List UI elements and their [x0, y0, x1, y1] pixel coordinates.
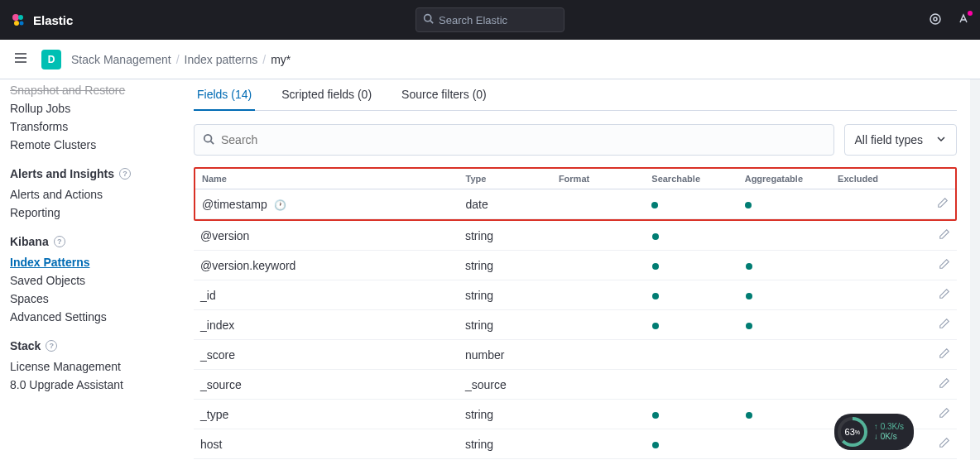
field-aggregatable: [739, 429, 833, 459]
field-name: @version.keyword: [194, 251, 459, 280]
field-type: number: [459, 340, 552, 370]
edit-field[interactable]: [925, 429, 957, 459]
table-header[interactable]: Name: [195, 169, 459, 189]
table-header[interactable]: Aggregatable: [738, 169, 831, 189]
main-content: Fields (14)Scripted fields (0)Source fil…: [174, 79, 980, 460]
svg-point-0: [12, 14, 19, 21]
breadcrumb-sep: /: [262, 53, 266, 66]
topbar: Elastic Search Elastic: [0, 0, 980, 40]
sidebar-item[interactable]: Spaces: [10, 290, 161, 308]
help-icon[interactable]: ?: [119, 168, 131, 180]
metrics-widget[interactable]: 63% ↑ 0.3K/s ↓ 0K/s: [834, 414, 914, 450]
sidebar-section-title: Kibana ?: [10, 235, 161, 248]
search-icon: [423, 13, 434, 26]
edit-field[interactable]: [925, 251, 957, 280]
tabs: Fields (14)Scripted fields (0)Source fil…: [194, 79, 957, 111]
field-type: date: [459, 189, 551, 219]
sidebar-item[interactable]: Alerts and Actions: [10, 185, 161, 204]
search-icon: [203, 133, 214, 147]
breadcrumb-item[interactable]: Stack Management: [71, 53, 171, 66]
svg-point-11: [204, 134, 212, 141]
field-format: [552, 221, 646, 251]
help-icon[interactable]: ?: [54, 236, 65, 247]
field-types-dropdown[interactable]: All field types: [844, 124, 957, 156]
elastic-logo-icon: [10, 12, 26, 28]
table-header[interactable]: Searchable: [645, 169, 737, 189]
field-aggregatable: [739, 251, 833, 280]
field-format: [552, 280, 646, 310]
global-search-placeholder: Search Elastic: [439, 14, 507, 26]
svg-point-6: [930, 14, 940, 24]
table-header[interactable]: Type: [459, 169, 551, 189]
breadcrumb: Stack Management / Index patterns / my*: [71, 53, 291, 66]
field-name: _source: [194, 370, 459, 400]
sidebar-item[interactable]: Remote Clusters: [10, 136, 161, 154]
tab[interactable]: Scripted fields (0): [278, 79, 375, 110]
field-searchable: [646, 340, 739, 370]
sidebar-item[interactable]: Advanced Settings: [10, 308, 161, 326]
menu-toggle-icon[interactable]: [10, 47, 31, 71]
edit-field[interactable]: [925, 189, 955, 219]
help-icon[interactable]: [957, 12, 970, 28]
table-row: _scorenumber: [194, 340, 957, 370]
field-searchable: [646, 429, 739, 459]
edit-field[interactable]: [925, 370, 957, 400]
edit-field[interactable]: [925, 340, 957, 370]
space-selector[interactable]: D: [41, 50, 61, 69]
sidebar-item[interactable]: Index Patterns: [10, 253, 161, 271]
field-excluded: [831, 189, 924, 219]
edit-field[interactable]: [925, 400, 957, 429]
field-format: [552, 400, 646, 429]
svg-line-5: [430, 21, 433, 23]
table-row: _source_source: [194, 370, 957, 400]
field-types-label: All field types: [855, 133, 923, 146]
sidebar-item[interactable]: Snapshot and Restore: [10, 81, 161, 99]
sidebar-item[interactable]: Saved Objects: [10, 271, 161, 290]
global-search[interactable]: Search Elastic: [416, 7, 564, 32]
brand[interactable]: Elastic: [10, 12, 73, 28]
brand-text: Elastic: [33, 13, 73, 27]
field-name: @version: [194, 221, 459, 251]
tab[interactable]: Fields (14): [194, 79, 255, 111]
edit-field[interactable]: [925, 221, 957, 251]
field-format: [552, 340, 646, 370]
table-row: _idstring: [194, 280, 957, 310]
field-format: [552, 310, 646, 340]
sidebar-item[interactable]: License Management: [10, 357, 161, 376]
table-header[interactable]: [925, 169, 955, 189]
sidebar-item[interactable]: Reporting: [10, 204, 161, 222]
sidebar: Snapshot and RestoreRollup JobsTransform…: [0, 79, 174, 460]
field-format: [552, 370, 646, 400]
edit-field[interactable]: [925, 280, 957, 310]
field-aggregatable: [739, 370, 833, 400]
field-searchable: [646, 370, 739, 400]
chevron-down-icon: [936, 133, 946, 146]
help-icon[interactable]: ?: [46, 340, 57, 352]
newsfeed-icon[interactable]: [929, 12, 942, 28]
search-input[interactable]: [221, 133, 825, 146]
svg-point-1: [18, 15, 23, 20]
sidebar-item[interactable]: 8.0 Upgrade Assistant: [10, 376, 161, 394]
sidebar-item[interactable]: Transforms: [10, 117, 161, 136]
table-header[interactable]: Format: [552, 169, 645, 189]
field-name: _type: [194, 400, 459, 429]
breadcrumb-current: my*: [271, 53, 291, 66]
svg-point-4: [425, 15, 431, 22]
field-excluded: [832, 280, 925, 310]
breadcrumb-item[interactable]: Index patterns: [185, 53, 258, 66]
field-aggregatable: [739, 310, 833, 340]
tab[interactable]: Source filters (0): [398, 79, 490, 110]
field-searchable: [645, 189, 737, 219]
field-aggregatable: [738, 189, 831, 219]
field-searchable: [646, 400, 739, 429]
svg-line-12: [211, 141, 214, 144]
field-searchable: [646, 310, 739, 340]
svg-point-2: [14, 21, 19, 26]
sidebar-item[interactable]: Rollup Jobs: [10, 99, 161, 117]
edit-field[interactable]: [925, 310, 957, 340]
field-aggregatable: [739, 340, 833, 370]
field-aggregatable: [739, 400, 833, 429]
field-excluded: [832, 221, 925, 251]
field-search[interactable]: [194, 124, 834, 156]
table-header[interactable]: Excluded: [831, 169, 924, 189]
